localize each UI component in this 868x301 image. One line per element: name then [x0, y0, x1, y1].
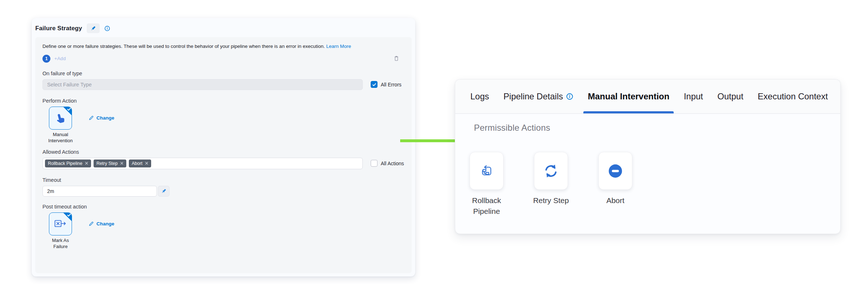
strategy-list-row: 1 +Add — [42, 55, 404, 63]
allowed-actions-row: Rollback Pipeline Retry Step Abort — [42, 158, 404, 169]
rollback-pipeline-icon — [479, 164, 494, 178]
timeout-input[interactable] — [42, 186, 157, 197]
edit-icon — [89, 221, 94, 226]
permissible-actions-heading: Permissible Actions — [474, 123, 826, 133]
action-label: Abort — [588, 195, 642, 206]
pin-icon — [91, 26, 96, 31]
action-label: Rollback Pipeline — [460, 195, 514, 217]
tag-retry-step: Retry Step — [94, 160, 126, 167]
strategy-form: Define one or more failure strategies. T… — [35, 37, 412, 273]
tab-label: Manual Intervention — [588, 91, 669, 102]
failure-type-select[interactable] — [42, 79, 363, 90]
rollback-pipeline-button[interactable] — [470, 152, 503, 190]
tab-logs[interactable]: Logs — [470, 80, 490, 113]
tab-label: Input — [684, 91, 703, 102]
manual-intervention-content: Permissible Actions Rollback Pipeline — [455, 114, 840, 217]
action-abort: Abort — [598, 152, 632, 217]
permissible-actions-row: Rollback Pipeline Retry Step — [470, 152, 826, 217]
post-timeout-action-name: Mark As Failure — [45, 238, 76, 250]
tag-label: Abort — [132, 161, 143, 166]
change-action-button[interactable]: Change — [89, 114, 114, 122]
all-actions-checkbox[interactable]: All Actions — [371, 160, 404, 167]
tab-label: Execution Context — [758, 91, 828, 102]
pin-button[interactable] — [87, 23, 100, 33]
abort-button[interactable] — [598, 152, 632, 190]
strategy-1-badge[interactable]: 1 — [42, 55, 50, 63]
tag-rollback-pipeline: Rollback Pipeline — [45, 160, 91, 167]
tab-execution-context[interactable]: Execution Context — [757, 80, 829, 113]
step-details-panel: Logs Pipeline Details Manual Interventio… — [455, 79, 841, 234]
strategy-description: Define one or more failure strategies. T… — [42, 44, 404, 50]
checkbox-checked-icon — [371, 81, 378, 88]
abort-icon — [607, 163, 624, 179]
action-label: Retry Step — [524, 195, 578, 206]
post-timeout-tile-col: Mark As Failure — [42, 212, 78, 250]
tab-label: Pipeline Details — [503, 91, 563, 102]
add-strategy-button[interactable]: +Add — [54, 56, 66, 61]
tab-pipeline-details[interactable]: Pipeline Details — [503, 80, 574, 113]
action-rollback-pipeline: Rollback Pipeline — [470, 152, 503, 217]
manual-intervention-tile[interactable] — [49, 107, 72, 130]
timeout-pin-button[interactable] — [158, 186, 169, 197]
tag-label: Rollback Pipeline — [48, 161, 82, 166]
all-actions-label: All Actions — [381, 161, 404, 166]
tab-label: Output — [718, 91, 743, 102]
allowed-actions-label: Allowed Actions — [42, 149, 404, 155]
tag-label: Retry Step — [96, 161, 118, 166]
perform-action-row: Manual Intervention Change — [42, 107, 404, 144]
tab-manual-intervention[interactable]: Manual Intervention — [587, 80, 670, 113]
tab-label: Logs — [470, 91, 489, 102]
change-post-timeout-action-button[interactable]: Change — [89, 220, 114, 228]
selected-check-icon — [63, 107, 72, 116]
selected-check-icon — [63, 212, 72, 221]
mark-as-failure-tile[interactable] — [49, 212, 72, 235]
timeout-row — [42, 186, 404, 197]
all-errors-label: All Errors — [381, 82, 402, 87]
info-icon[interactable] — [566, 93, 573, 100]
allowed-actions-input[interactable]: Rollback Pipeline Retry Step Abort — [42, 158, 363, 169]
remove-tag-icon[interactable] — [145, 162, 148, 165]
perform-action-tile-col: Manual Intervention — [42, 107, 78, 144]
perform-action-label: Perform Action — [42, 98, 404, 104]
timeout-label: Timeout — [42, 177, 404, 183]
action-retry-step: Retry Step — [534, 152, 568, 217]
perform-action-name: Manual Intervention — [45, 132, 76, 144]
remove-tag-icon[interactable] — [120, 162, 123, 165]
failure-strategy-panel: Failure Strategy Define o — [32, 18, 415, 277]
active-tab-underline — [583, 111, 674, 113]
failure-strategy-header: Failure Strategy — [32, 18, 415, 37]
description-text: Define one or more failure strategies. T… — [42, 44, 325, 49]
all-errors-checkbox[interactable]: All Errors — [371, 81, 402, 88]
delete-strategy-icon[interactable] — [393, 55, 399, 62]
pin-icon — [161, 188, 167, 194]
tab-output[interactable]: Output — [717, 80, 744, 113]
post-timeout-action-label: Post timeout action — [42, 204, 404, 210]
tag-abort: Abort — [129, 160, 151, 167]
edit-icon — [89, 115, 94, 121]
remove-tag-icon[interactable] — [85, 162, 88, 165]
details-tabbar: Logs Pipeline Details Manual Interventio… — [455, 80, 840, 114]
failure-type-row: All Errors — [42, 79, 404, 90]
post-timeout-action-row: Mark As Failure Change — [42, 212, 404, 250]
change-label: Change — [96, 115, 114, 121]
checkbox-unchecked-icon — [371, 160, 378, 167]
info-icon[interactable] — [104, 26, 110, 31]
learn-more-link[interactable]: Learn More — [326, 44, 351, 49]
on-failure-of-type-label: On failure of type — [42, 71, 404, 76]
change-label: Change — [96, 221, 114, 226]
panel-title: Failure Strategy — [35, 25, 82, 32]
tab-input[interactable]: Input — [683, 80, 704, 113]
retry-step-button[interactable] — [534, 152, 568, 190]
retry-step-icon — [543, 163, 559, 179]
